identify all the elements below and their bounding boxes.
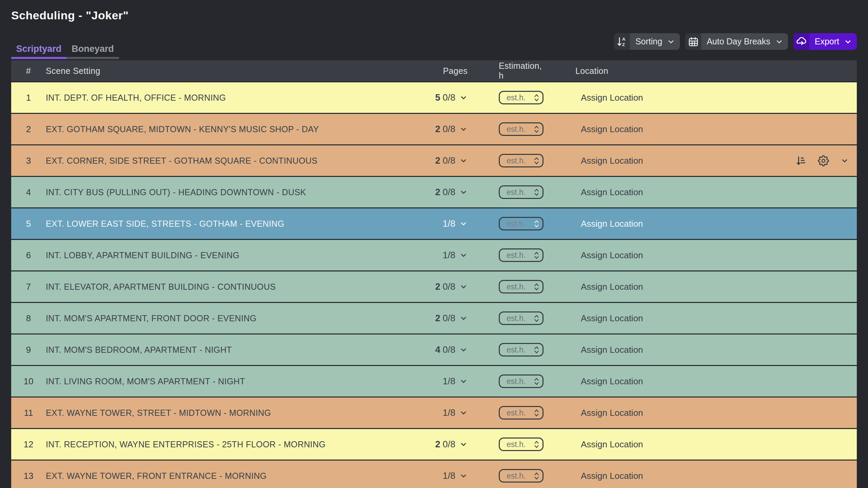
assign-location-link[interactable]: Assign Location	[581, 93, 643, 103]
table-row[interactable]: 13 EXT. WAYNE TOWER, FRONT ENTRANCE - MO…	[11, 461, 857, 488]
assign-location-link[interactable]: Assign Location	[581, 219, 643, 229]
chevron-down-icon	[459, 125, 468, 133]
assign-location-link[interactable]: Assign Location	[581, 471, 643, 481]
pages-dropdown[interactable]: 40/8	[384, 345, 472, 355]
export-button[interactable]: Export	[793, 33, 857, 50]
table-row[interactable]: 9 INT. MOM'S BEDROOM, APARTMENT - NIGHT …	[11, 334, 857, 365]
scene-number: 3	[11, 156, 46, 166]
sorting-label: Sorting	[630, 37, 667, 46]
pages-whole-number: 5	[435, 93, 440, 103]
chevron-down-icon	[459, 283, 468, 291]
tab-scriptyard[interactable]: Scriptyard	[11, 41, 66, 59]
pages-value: 40/8	[435, 345, 455, 355]
chevron-down-icon	[459, 94, 468, 102]
table-row[interactable]: 12 INT. RECEPTION, WAYNE ENTERPRISES - 2…	[11, 429, 857, 460]
pages-dropdown[interactable]: 20/8	[384, 282, 472, 292]
sort-amount-icon[interactable]	[795, 155, 806, 166]
stepper-arrows-icon[interactable]	[534, 188, 542, 196]
stepper-arrows-icon[interactable]	[534, 409, 542, 417]
chevron-down-icon	[667, 38, 675, 46]
chevron-down-icon	[459, 188, 468, 196]
stepper-arrows-icon[interactable]	[534, 346, 542, 354]
estimation-input[interactable]: est.h.	[499, 91, 544, 104]
stepper-arrows-icon[interactable]	[534, 125, 542, 133]
pages-dropdown[interactable]: 1/8	[384, 219, 472, 229]
assign-location-link[interactable]: Assign Location	[581, 439, 643, 450]
stepper-arrows-icon[interactable]	[534, 283, 542, 291]
stepper-arrows-icon[interactable]	[534, 157, 542, 165]
assign-location-link[interactable]: Assign Location	[581, 124, 643, 135]
pages-dropdown[interactable]: 20/8	[384, 156, 472, 166]
location-cell: Assign Location	[544, 219, 857, 229]
pages-fraction: 1/8	[442, 250, 455, 260]
pages-dropdown[interactable]: 20/8	[384, 439, 472, 450]
pages-dropdown[interactable]: 20/8	[384, 124, 472, 135]
assign-location-link[interactable]: Assign Location	[581, 376, 643, 387]
estimation-input[interactable]: est.h.	[499, 406, 544, 420]
table-row[interactable]: 2 EXT. GOTHAM SQUARE, MIDTOWN - KENNY'S …	[11, 114, 857, 144]
pages-dropdown[interactable]: 1/8	[384, 471, 472, 481]
pages-dropdown[interactable]: 50/8	[384, 93, 472, 103]
scene-number: 5	[11, 219, 46, 229]
assign-location-link[interactable]: Assign Location	[581, 156, 643, 166]
estimation-input[interactable]: est.h.	[499, 469, 544, 483]
pages-dropdown[interactable]: 1/8	[384, 408, 472, 418]
pages-dropdown[interactable]: 1/8	[384, 250, 472, 261]
estimation-input[interactable]: est.h.	[499, 122, 544, 136]
table-row[interactable]: 10 INT. LIVING ROOM, MOM'S APARTMENT - N…	[11, 366, 857, 396]
pages-whole-number: 2	[435, 282, 440, 292]
location-cell: Assign Location	[544, 93, 857, 103]
assign-location-link[interactable]: Assign Location	[581, 345, 643, 355]
estimation-input[interactable]: est.h.	[499, 374, 544, 388]
stepper-arrows-icon[interactable]	[534, 251, 542, 259]
pages-dropdown[interactable]: 1/8	[384, 376, 472, 387]
estimation-input[interactable]: est.h.	[499, 280, 544, 293]
assign-location-link[interactable]: Assign Location	[581, 282, 643, 292]
tab-boneyard[interactable]: Boneyard	[66, 41, 119, 59]
table-row[interactable]: 8 INT. MOM'S APARTMENT, FRONT DOOR - EVE…	[11, 303, 857, 333]
column-header-scene: Scene Setting	[46, 66, 384, 76]
gear-icon[interactable]	[818, 155, 829, 166]
assign-location-link[interactable]: Assign Location	[581, 187, 643, 198]
table-row[interactable]: 6 INT. LOBBY, APARTMENT BUILDING - EVENI…	[11, 240, 857, 270]
table-row[interactable]: 4 INT. CITY BUS (PULLING OUT) - HEADING …	[11, 177, 857, 207]
stepper-arrows-icon[interactable]	[534, 94, 542, 102]
chevron-down-icon	[459, 440, 468, 448]
assign-location-link[interactable]: Assign Location	[581, 313, 643, 324]
auto-day-breaks-button[interactable]: Auto Day Breaks	[685, 33, 788, 50]
estimation-input[interactable]: est.h.	[499, 217, 544, 230]
table-row[interactable]: 1 INT. DEPT. OF HEALTH, OFFICE - MORNING…	[11, 82, 857, 113]
assign-location-link[interactable]: Assign Location	[581, 250, 643, 261]
location-cell: Assign Location	[544, 439, 857, 450]
estimation-input[interactable]: est.h.	[499, 185, 544, 199]
pages-dropdown[interactable]: 20/8	[384, 313, 472, 324]
estimation-input[interactable]: est.h.	[499, 154, 544, 167]
pages-value: 20/8	[435, 124, 455, 135]
table-row[interactable]: 5 EXT. LOWER EAST SIDE, STREETS - GOTHAM…	[11, 208, 857, 239]
stepper-arrows-icon[interactable]	[534, 441, 542, 448]
table-row[interactable]: 11 EXT. WAYNE TOWER, STREET - MIDTOWN - …	[11, 398, 857, 428]
assign-location-link[interactable]: Assign Location	[581, 408, 643, 418]
scene-setting: INT. RECEPTION, WAYNE ENTERPRISES - 25TH…	[46, 440, 384, 449]
chevron-down-icon	[459, 314, 468, 322]
sorting-button[interactable]: A Z Sorting	[614, 33, 680, 50]
estimation-input[interactable]: est.h.	[499, 311, 544, 325]
estimation-input[interactable]: est.h.	[499, 438, 544, 451]
pages-dropdown[interactable]: 20/8	[384, 187, 472, 198]
scene-setting: INT. DEPT. OF HEALTH, OFFICE - MORNING	[46, 93, 384, 103]
scene-number: 2	[11, 124, 46, 135]
pages-whole-number: 2	[435, 439, 440, 449]
stepper-arrows-icon[interactable]	[534, 472, 542, 480]
estimation-input[interactable]: est.h.	[499, 343, 544, 357]
stepper-arrows-icon[interactable]	[534, 378, 542, 385]
pages-value: 20/8	[435, 439, 455, 450]
chevron-down-icon[interactable]	[841, 157, 849, 165]
scene-setting: EXT. WAYNE TOWER, FRONT ENTRANCE - MORNI…	[46, 471, 384, 481]
stepper-arrows-icon[interactable]	[534, 220, 542, 228]
pages-fraction: 0/8	[442, 439, 455, 449]
stepper-arrows-icon[interactable]	[534, 314, 542, 322]
table-row[interactable]: 7 INT. ELEVATOR, APARTMENT BUILDING - CO…	[11, 271, 857, 302]
estimation-placeholder: est.h.	[500, 471, 534, 481]
estimation-input[interactable]: est.h.	[499, 248, 544, 262]
table-row[interactable]: 3 EXT. CORNER, SIDE STREET - GOTHAM SQUA…	[11, 145, 857, 176]
